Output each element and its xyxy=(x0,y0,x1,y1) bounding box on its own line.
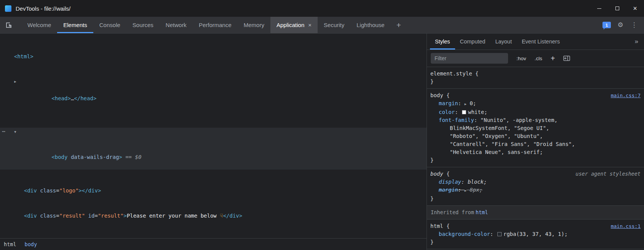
tab-console[interactable]: Console xyxy=(93,17,126,33)
rule-selector[interactable]: element.style { xyxy=(427,70,644,78)
inspect-cursor-icon xyxy=(5,21,13,29)
tab-label: Lighthouse xyxy=(356,22,384,28)
tab-performance[interactable]: Performance xyxy=(193,17,238,33)
devtools-content: <html> ▶ <head>…</head> ⋯ ▼ <body data-w… xyxy=(0,34,644,250)
inherited-from-section: Inherited fromhtml xyxy=(427,206,644,220)
tab-label: Application xyxy=(276,22,304,28)
declaration-font-family-wrap[interactable]: BlinkMacSystemFont, "Segoe UI", xyxy=(427,124,644,132)
tab-label: Welcome xyxy=(27,22,51,28)
inherited-from-label: Inherited from xyxy=(431,209,474,215)
dom-node-div-logo[interactable]: <div class="logo"></div> xyxy=(0,186,427,195)
declaration-font-family-wrap[interactable]: "Cantarell", "Fira Sans", "Droid Sans", xyxy=(427,140,644,148)
panel-tab-strip: Welcome Elements Console Sources Network… xyxy=(21,17,407,33)
dom-node-div-result[interactable]: <div class="result" id="result">Please e… xyxy=(0,212,427,220)
toggle-pseudo-state-button[interactable]: :hov xyxy=(516,56,526,61)
feedback-count-badge: 1 xyxy=(606,23,608,27)
tab-application[interactable]: Application × xyxy=(270,17,318,33)
node-menu-dots-icon[interactable]: ⋯ xyxy=(2,127,5,136)
devtools-toolbar: Welcome Elements Console Sources Network… xyxy=(0,17,644,34)
devtools-logo-icon xyxy=(5,5,11,12)
tab-elements[interactable]: Elements xyxy=(57,17,93,33)
dom-node-text: <div class="result" id="result">Please e… xyxy=(24,213,242,219)
inspect-element-button[interactable] xyxy=(1,17,17,33)
declaration-margin[interactable]: margin: ▶ 0; xyxy=(427,99,644,108)
breadcrumb-body-selected[interactable]: body xyxy=(25,241,37,247)
tab-styles[interactable]: Styles xyxy=(430,34,455,50)
sidebar-tab-strip: Styles Computed Layout Event Listeners » xyxy=(427,34,644,50)
rule-selector[interactable]: html { main.css:1 xyxy=(427,222,644,230)
window-titlebar: DevTools - file://wails/ × xyxy=(0,0,644,17)
rule-element-style: element.style { } xyxy=(427,67,644,89)
selector-text: element.style { xyxy=(430,70,478,78)
panel-toggle-icon[interactable] xyxy=(563,56,570,61)
tab-network[interactable]: Network xyxy=(160,17,193,33)
rule-close-brace[interactable]: } xyxy=(427,156,644,164)
inherited-node-link[interactable]: html xyxy=(476,209,488,215)
declaration-font-family-wrap[interactable]: "Helvetica Neue", sans-serif; xyxy=(427,148,644,156)
declaration-color[interactable]: color: white; xyxy=(427,108,644,116)
styles-toolbar: :hov .cls + xyxy=(427,50,644,67)
tab-label: Network xyxy=(166,22,187,28)
dom-node-text: <html> xyxy=(14,53,34,59)
toggle-element-class-button[interactable]: .cls xyxy=(535,56,542,61)
tab-sources[interactable]: Sources xyxy=(126,17,160,33)
declaration-font-family-wrap[interactable]: "Roboto", "Oxygen", "Ubuntu", xyxy=(427,132,644,140)
rule-body-main-css: body { main.css:7 margin: ▶ 0; color: wh… xyxy=(427,89,644,167)
styles-sidebar: Styles Computed Layout Event Listeners »… xyxy=(427,34,644,250)
maximize-icon xyxy=(615,6,619,10)
declaration-display[interactable]: display: block; xyxy=(427,178,644,186)
tab-computed[interactable]: Computed xyxy=(455,34,491,50)
selector-text: body { xyxy=(430,170,450,178)
tab-label: Sources xyxy=(133,22,153,28)
tab-label: Memory xyxy=(244,22,264,28)
tab-lighthouse[interactable]: Lighthouse xyxy=(350,17,390,33)
rule-close-brace[interactable]: } xyxy=(427,195,644,203)
dom-breadcrumb: html body xyxy=(0,238,427,250)
minimize-button[interactable] xyxy=(590,0,608,17)
tab-event-listeners[interactable]: Event Listeners xyxy=(517,34,565,50)
dom-node-text: <div class="logo"></div> xyxy=(24,188,101,194)
declaration-font-family[interactable]: font-family: "Nunito", -apple-system, xyxy=(427,116,644,124)
toolbar-right-icons: 1 ⚙ ⋮ xyxy=(600,17,644,33)
tab-security[interactable]: Security xyxy=(318,17,350,33)
rule-close-brace[interactable]: } xyxy=(427,78,644,86)
tab-welcome[interactable]: Welcome xyxy=(21,17,57,33)
dom-node-html-open[interactable]: <html> xyxy=(0,52,427,61)
rule-html-main-css: html { main.css:1 background-color: rgba… xyxy=(427,220,644,249)
tab-memory[interactable]: Memory xyxy=(238,17,270,33)
tab-label: Elements xyxy=(63,22,87,28)
feedback-button[interactable]: 1 xyxy=(600,17,614,33)
dom-node-head[interactable]: ▶ <head>…</head> xyxy=(0,77,427,111)
dom-node-body-selected[interactable]: ⋯ ▼ <body data-wails-drag> == $0 xyxy=(0,128,427,170)
tab-label: Security xyxy=(324,22,344,28)
devtools-window: DevTools - file://wails/ × Welcome Eleme… xyxy=(0,0,644,250)
declaration-margin-overridden[interactable]: margin: ▶ 8px; xyxy=(427,186,644,195)
expand-arrow-icon[interactable]: ▶ xyxy=(13,77,18,86)
settings-gear-button[interactable]: ⚙ xyxy=(614,17,627,33)
selector-text: body { xyxy=(430,91,450,99)
new-style-rule-button[interactable]: + xyxy=(551,54,555,63)
stylesheet-link[interactable]: main.css:1 xyxy=(611,222,644,230)
maximize-button[interactable] xyxy=(608,0,626,17)
tab-layout[interactable]: Layout xyxy=(490,34,517,50)
more-tabs-button[interactable]: + xyxy=(391,17,407,33)
elements-panel: <html> ▶ <head>…</head> ⋯ ▼ <body data-w… xyxy=(0,34,427,250)
collapse-arrow-icon[interactable]: ▼ xyxy=(13,128,18,136)
minimize-icon xyxy=(597,8,601,9)
declaration-background-color[interactable]: background-color: rgba(33, 37, 43, 1); xyxy=(427,230,644,238)
styles-filter-input[interactable] xyxy=(431,53,508,64)
more-panels-chevron-icon[interactable]: » xyxy=(629,34,644,50)
close-icon: × xyxy=(633,5,637,12)
rule-selector[interactable]: body { main.css:7 xyxy=(427,91,644,99)
feedback-bubble-icon: 1 xyxy=(602,22,611,28)
stylesheet-link[interactable]: main.css:7 xyxy=(611,91,644,99)
rule-selector[interactable]: body { user agent stylesheet xyxy=(427,170,644,178)
rule-close-brace[interactable]: } xyxy=(427,238,644,246)
kebab-menu-icon: ⋮ xyxy=(631,21,638,29)
breadcrumb-html[interactable]: html xyxy=(4,241,16,247)
customize-menu-button[interactable]: ⋮ xyxy=(627,17,641,33)
close-tab-icon[interactable]: × xyxy=(308,22,312,28)
window-controls: × xyxy=(590,0,644,17)
window-title: DevTools - file://wails/ xyxy=(16,5,70,12)
close-window-button[interactable]: × xyxy=(626,0,644,17)
